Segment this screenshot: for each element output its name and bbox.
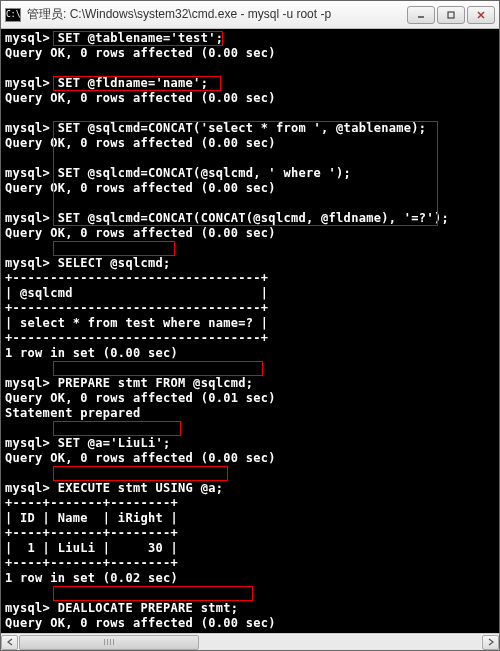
horizontal-scrollbar[interactable] [1,633,499,650]
maximize-button[interactable] [437,6,465,24]
close-icon [476,10,486,20]
titlebar[interactable]: C:\ 管理员: C:\Windows\system32\cmd.exe - m… [1,1,499,29]
cmd-icon: C:\ [5,8,21,22]
console-output: mysql> SET @tablename='test'; Query OK, … [1,29,499,633]
chevron-right-icon [488,638,494,646]
console-area[interactable]: mysql> SET @tablename='test'; Query OK, … [1,29,499,633]
close-button[interactable] [467,6,495,24]
scroll-left-button[interactable] [1,635,18,650]
cmd-window: C:\ 管理员: C:\Windows\system32\cmd.exe - m… [0,0,500,651]
svg-rect-1 [448,12,454,18]
scroll-right-button[interactable] [482,635,499,650]
minimize-button[interactable] [407,6,435,24]
scroll-thumb[interactable] [19,635,199,650]
maximize-icon [446,10,456,20]
chevron-left-icon [7,638,13,646]
window-title: 管理员: C:\Windows\system32\cmd.exe - mysql… [27,6,407,23]
minimize-icon [416,10,426,20]
window-controls [407,6,495,24]
scroll-track[interactable] [19,635,481,650]
